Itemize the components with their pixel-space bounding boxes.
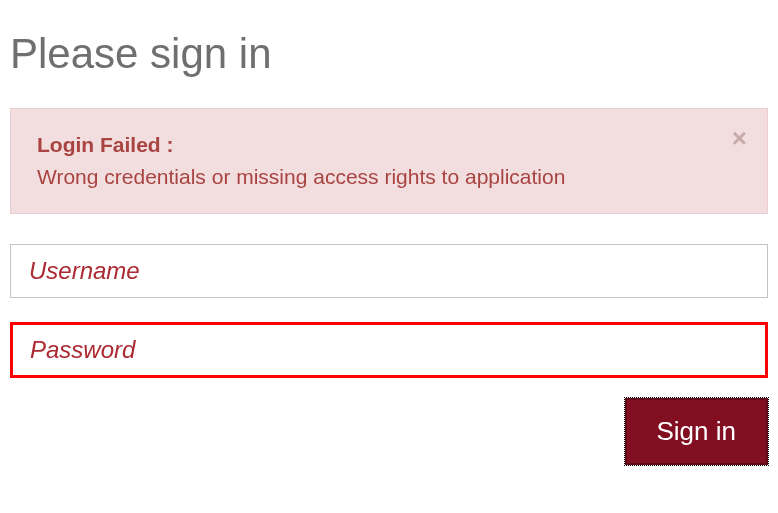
signin-button[interactable]: Sign in [625,398,769,465]
alert-title: Login Failed : [37,133,715,157]
login-failed-alert: Login Failed : Wrong credentials or miss… [10,108,768,214]
page-title: Please sign in [10,30,768,78]
username-field[interactable] [10,244,768,298]
alert-message: Wrong credentials or missing access righ… [37,165,715,189]
password-field[interactable] [10,322,768,378]
close-icon[interactable]: × [732,125,747,151]
button-row: Sign in [10,398,768,465]
